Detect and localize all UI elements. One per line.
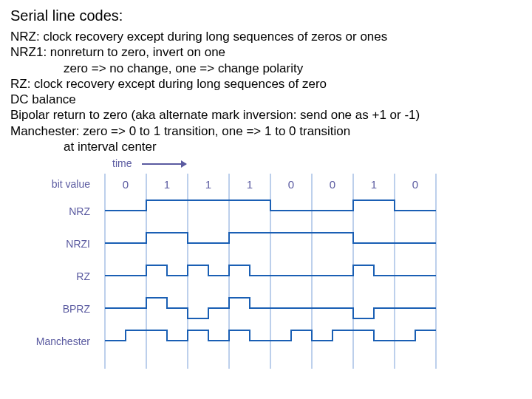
desc-line: Manchester: zero => 0 to 1 transition, o… [10, 124, 350, 138]
desc-line: at interval center [10, 139, 157, 154]
desc-line: RZ: clock recovery except during long se… [10, 77, 327, 91]
page-title: Serial line codes: [10, 7, 522, 24]
description-block: NRZ: clock recovery except during long s… [10, 29, 522, 154]
desc-line: Bipolar return to zero (aka alternate ma… [10, 108, 420, 122]
desc-line: zero => no change, one => change polarit… [10, 61, 303, 76]
desc-line: NRZ1: nonreturn to zero, invert on one [10, 45, 225, 59]
waveform-svg [31, 165, 489, 386]
desc-line: DC balance [10, 92, 76, 106]
desc-line: NRZ: clock recovery except during long s… [10, 30, 387, 44]
waveform-diagram: time bit value NRZ NRZI RZ BPRZ Manchest… [31, 165, 489, 386]
